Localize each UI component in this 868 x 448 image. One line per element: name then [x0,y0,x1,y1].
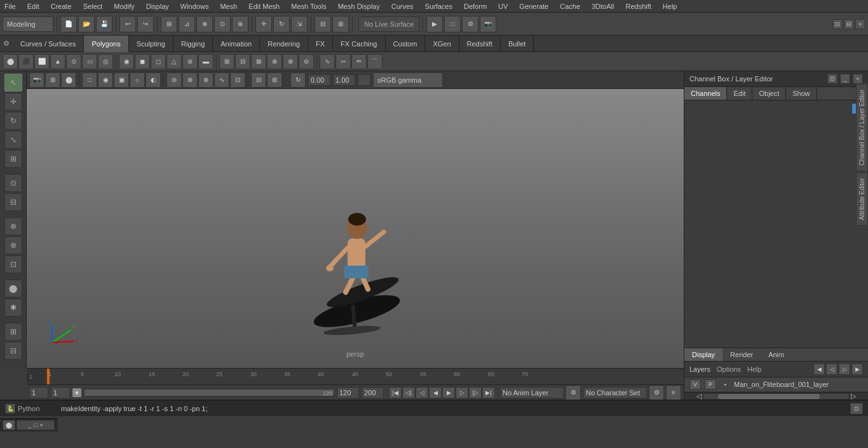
paint-tool[interactable]: ✱ [4,299,22,316]
vp-hud-btn[interactable]: ⊟ [251,72,266,88]
render-cam-btn[interactable]: 📷 [480,16,496,32]
cube-btn[interactable]: ⬛ [18,54,34,69]
workspace-dropdown[interactable]: Modeling [3,17,53,32]
torus-btn[interactable]: ⊙ [66,54,81,69]
scroll-right-btn[interactable]: ▷ [849,393,858,400]
separate-btn[interactable]: ⊖ [299,54,314,69]
vp-light-btn[interactable]: ☼ [130,72,145,88]
cone-btn[interactable]: ▲ [50,54,65,69]
layer-vis-v[interactable]: V [689,379,701,390]
taskbar-btn[interactable]: _ □ × [17,420,55,430]
nurbs-plane-btn[interactable]: ▬ [198,54,214,69]
tab-custom[interactable]: Custom [386,36,426,52]
range-end-field[interactable]: 120 [337,387,359,398]
menu-mesh-display[interactable]: Mesh Display [336,2,382,11]
nurbs-cyl-btn[interactable]: ◻ [151,54,166,69]
layer-nav-right[interactable]: ▷ [839,363,850,375]
vp-isolate-btn[interactable]: ⊖ [166,72,182,88]
panel-float-icon[interactable]: ⊡ [827,74,837,84]
tab-edit[interactable]: Edit [727,87,752,100]
char-set-more[interactable]: ≡ [666,385,681,400]
select-tool-btn[interactable]: ⊞ [161,16,177,32]
script-editor-btn[interactable]: ⊡ [850,403,863,414]
layer-nav-left[interactable]: ◀ [813,363,825,375]
new-file-btn[interactable]: 📄 [60,16,77,32]
rotate-tool[interactable]: ↻ [4,112,22,130]
menu-mesh-tools[interactable]: Mesh Tools [289,2,328,11]
menu-edit[interactable]: Edit [25,2,41,11]
scale-tool[interactable]: ⤡ [4,131,22,149]
vp-xray-btn[interactable]: ⊕ [182,72,198,88]
paint-select-btn[interactable]: ⊕ [196,16,213,32]
vp-aa-btn[interactable]: ⊞ [267,72,282,88]
cv-curve-btn[interactable]: ∿ [320,54,335,69]
menu-edit-mesh[interactable]: Edit Mesh [247,2,281,11]
nurbs-cone-btn[interactable]: △ [166,54,182,69]
menu-deform[interactable]: Deform [462,2,489,11]
nurbs-cube-btn[interactable]: ◼ [135,54,150,69]
tab-rendering[interactable]: Rendering [260,36,308,52]
anim-layer-settings[interactable]: ⚙ [566,385,581,400]
frame-range-bar[interactable]: 120 [84,389,334,397]
render-settings-btn[interactable]: ⚙ [462,16,478,32]
vp-manips-btn[interactable]: ⊡ [230,72,245,88]
cam-y-field[interactable]: 1.00 [333,74,355,86]
render-region-btn[interactable]: □ [444,16,461,32]
menu-redshift[interactable]: Redshift [623,2,653,11]
vp-grid-btn[interactable]: ⊞ [45,72,60,88]
rotate-tool-btn[interactable]: ↻ [273,16,290,32]
scale-tool-btn[interactable]: ⇲ [291,16,308,32]
tab-show[interactable]: Show [786,87,817,100]
tab-bullet[interactable]: Bullet [501,36,534,52]
snap-point[interactable]: ⊡ [4,255,22,273]
tab-fx-caching[interactable]: FX Caching [333,36,385,52]
pencil-btn[interactable]: ✏ [351,54,367,69]
tab-animation[interactable]: Animation [213,36,260,52]
universal-manip[interactable]: ⊞ [4,150,22,168]
tab-rigging[interactable]: Rigging [173,36,213,52]
tab-fx[interactable]: FX [308,36,333,52]
scrollbar-thumb[interactable] [718,394,820,399]
frame-indicator-box[interactable]: ■ [72,388,81,397]
tab-xgen[interactable]: XGen [425,36,459,52]
taskbar-icon[interactable]: ⬤ [3,420,15,430]
tab-redshift[interactable]: Redshift [459,36,501,52]
restore-btn[interactable]: □ [34,422,37,428]
tab-channels[interactable]: Channels [684,87,727,100]
menu-uv[interactable]: UV [496,2,510,11]
menu-create[interactable]: Create [49,2,74,11]
save-file-btn[interactable]: 💾 [96,16,112,32]
layer-vis-p[interactable]: P [705,379,716,390]
menu-3dtoall[interactable]: 3DtoAll [590,2,616,11]
menu-modify[interactable]: Modify [112,2,136,11]
close-btn[interactable]: × [40,422,43,428]
tab-settings-icon[interactable]: ⚙ [0,36,13,52]
vp-shade-btn[interactable]: ⬤ [61,72,76,88]
tab-polygons[interactable]: Polygons [84,36,128,52]
panel-float-btn[interactable]: ⊡ [832,19,843,29]
layers-options[interactable]: Options [717,365,741,373]
max-end-field[interactable]: 200 [362,387,384,398]
anim-layer-field[interactable]: No Anim Layer [500,387,564,398]
lasso-tool-btn[interactable]: ⊿ [179,16,195,32]
menu-curves[interactable]: Curves [390,2,416,11]
color-space-dropdown[interactable]: sRGB gamma [373,72,443,88]
current-frame-field[interactable]: 1 [29,387,48,398]
snap-grid[interactable]: ⊕ [4,217,22,235]
menu-display[interactable]: Display [144,2,171,11]
timeline-ruler[interactable]: 1 5 10 15 20 25 30 35 40 45 50 55 60 65 … [46,369,684,384]
world-snap-btn[interactable]: ⊞ [332,16,349,32]
tab-sculpting[interactable]: Sculpting [129,36,173,52]
marquee-tool[interactable]: ⊟ [4,193,22,211]
layer-nav-right2[interactable]: ▶ [851,363,863,375]
menu-generate[interactable]: Generate [517,2,550,11]
char-set-settings[interactable]: ⚙ [649,385,664,400]
layers-help[interactable]: Help [747,365,762,373]
menu-cache[interactable]: Cache [558,2,582,11]
tab-render[interactable]: Render [722,348,761,361]
camera-snap-btn[interactable]: ⊟ [315,16,331,32]
menu-surfaces[interactable]: Surfaces [423,2,454,11]
vp-curves-btn[interactable]: ∿ [214,72,229,88]
vp-texture-btn[interactable]: ▣ [114,72,129,88]
python-icon[interactable]: 🐍 [5,404,15,414]
